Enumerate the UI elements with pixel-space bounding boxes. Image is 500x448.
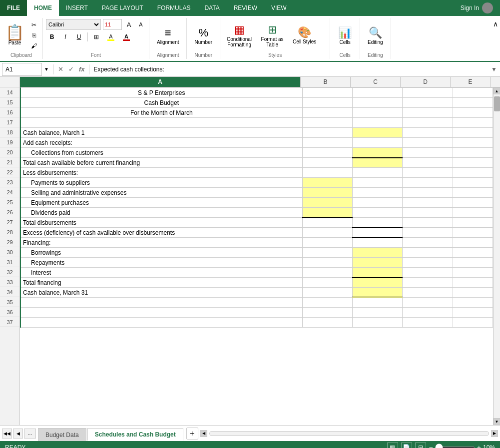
font-color-button[interactable]: A	[119, 31, 133, 42]
cell-14-e[interactable]	[453, 88, 493, 98]
row-num-34[interactable]: 34	[0, 287, 19, 297]
cell-34-e[interactable]	[453, 288, 493, 298]
cell-27-b[interactable]	[302, 218, 352, 228]
row-num-36[interactable]: 36	[0, 307, 19, 317]
row-num-28[interactable]: 28	[0, 227, 19, 237]
cell-17-e[interactable]	[453, 118, 493, 128]
row-num-22[interactable]: 22	[0, 167, 19, 177]
row-num-20[interactable]: 20	[0, 147, 19, 157]
zoom-in-btn[interactable]: +	[477, 444, 481, 448]
cell-30-c[interactable]	[352, 248, 402, 258]
row-num-30[interactable]: 30	[0, 247, 19, 257]
cell-29-e[interactable]	[453, 238, 493, 248]
cell-20-d[interactable]	[403, 148, 453, 158]
col-header-d[interactable]: D	[401, 77, 451, 87]
cell-26-b[interactable]	[302, 208, 352, 218]
cell-20-e[interactable]	[453, 148, 493, 158]
cell-34-d[interactable]	[403, 288, 453, 298]
cell-22-a[interactable]: Less disbursements:	[20, 168, 302, 178]
hscroll-right-btn[interactable]: ▶	[491, 430, 498, 437]
formula-input[interactable]	[91, 63, 488, 76]
cell-19-c[interactable]	[352, 138, 402, 148]
cell-31-b[interactable]	[302, 258, 352, 268]
cell-17-a[interactable]	[20, 118, 302, 128]
cell-15-d[interactable]	[403, 98, 453, 108]
cell-32-c[interactable]	[352, 268, 402, 278]
cell-33-b[interactable]	[302, 278, 352, 288]
cell-29-c[interactable]	[352, 238, 402, 248]
cell-34-a[interactable]: Cash balance, March 31	[20, 288, 302, 298]
row-num-32[interactable]: 32	[0, 267, 19, 277]
row-num-15[interactable]: 15	[0, 97, 19, 107]
horizontal-scrollbar[interactable]: ◀ ▶	[198, 430, 500, 437]
cell-styles-button[interactable]: 🎨 Cell Styles	[289, 23, 320, 47]
cell-37-e[interactable]	[453, 318, 493, 328]
cell-36-e[interactable]	[453, 308, 493, 318]
bold-button[interactable]: B	[46, 31, 58, 42]
cell-18-e[interactable]	[453, 128, 493, 138]
cell-33-a[interactable]: Total financing	[20, 278, 302, 288]
cell-19-b[interactable]	[302, 138, 352, 148]
cell-27-a[interactable]: Total disbursements	[20, 218, 302, 228]
confirm-formula-btn[interactable]: ✓	[66, 64, 76, 74]
cell-24-d[interactable]	[403, 188, 453, 198]
page-layout-view-btn[interactable]: 📄	[401, 442, 412, 448]
cells-button[interactable]: 📊 Cells	[335, 24, 355, 47]
scroll-down-btn[interactable]: ▼	[494, 418, 500, 425]
row-num-23[interactable]: 23	[0, 177, 19, 187]
borders-button[interactable]: ⊞	[90, 31, 102, 42]
cell-37-b[interactable]	[302, 318, 352, 328]
cell-21-a[interactable]: Total cash available before current fina…	[20, 158, 302, 168]
tab-insert[interactable]: INSERT	[59, 0, 95, 16]
scroll-up-btn[interactable]: ▲	[494, 87, 500, 94]
vertical-scrollbar[interactable]: ▲ ▼	[493, 87, 500, 425]
sheet-tab-budget-data[interactable]: Budget Data	[38, 428, 86, 441]
add-sheet-btn[interactable]: +	[186, 428, 198, 440]
cell-15-a[interactable]: Cash Budget	[20, 98, 302, 108]
font-size-increase-btn[interactable]: A	[124, 19, 134, 30]
cell-23-e[interactable]	[453, 178, 493, 188]
file-tab[interactable]: FILE	[0, 0, 27, 16]
page-break-view-btn[interactable]: ⊟	[415, 442, 426, 448]
cell-18-c[interactable]	[352, 128, 402, 138]
format-as-table-button[interactable]: ⊞ Format as Table	[257, 21, 287, 50]
cell-37-a[interactable]	[20, 318, 302, 328]
normal-view-btn[interactable]: ▦	[387, 442, 398, 448]
cell-24-e[interactable]	[453, 188, 493, 198]
row-num-35[interactable]: 35	[0, 297, 19, 307]
cell-18-b[interactable]	[302, 128, 352, 138]
cell-28-b[interactable]	[302, 228, 352, 238]
cell-33-d[interactable]	[403, 278, 453, 288]
cell-31-a[interactable]: Repayments	[20, 258, 302, 268]
cell-33-e[interactable]	[453, 278, 493, 288]
row-num-16[interactable]: 16	[0, 107, 19, 117]
col-header-e[interactable]: E	[451, 77, 491, 87]
cell-31-e[interactable]	[453, 258, 493, 268]
cell-36-a[interactable]	[20, 308, 302, 318]
cell-26-a[interactable]: Dividends paid	[20, 208, 302, 218]
nav-ellipsis-btn[interactable]: ...	[24, 429, 36, 439]
row-num-26[interactable]: 26	[0, 207, 19, 217]
cell-32-d[interactable]	[403, 268, 453, 278]
col-header-b[interactable]: B	[301, 77, 351, 87]
paste-button[interactable]: 📋 Paste	[3, 23, 26, 47]
cell-17-c[interactable]	[352, 118, 402, 128]
cell-19-a[interactable]: Add cash receipts:	[20, 138, 302, 148]
cell-31-c[interactable]	[352, 258, 402, 268]
underline-button[interactable]: U	[73, 31, 85, 42]
cell-35-c[interactable]	[352, 298, 402, 308]
cell-32-b[interactable]	[302, 268, 352, 278]
cell-15-e[interactable]	[453, 98, 493, 108]
sheet-tab-schedules[interactable]: Schedules and Cash Budget	[87, 428, 183, 441]
row-num-21[interactable]: 21	[0, 157, 19, 167]
cell-28-a[interactable]: Excess (deficiency) of cash available ov…	[20, 228, 302, 238]
cell-21-d[interactable]	[403, 158, 453, 168]
cell-27-c[interactable]	[352, 218, 402, 228]
cell-22-e[interactable]	[453, 168, 493, 178]
cell-15-c[interactable]	[352, 98, 402, 108]
cell-25-e[interactable]	[453, 198, 493, 208]
scroll-thumb[interactable]	[494, 96, 500, 111]
font-name-select[interactable]: Calibri	[46, 19, 101, 30]
cell-14-d[interactable]	[403, 88, 453, 98]
ribbon-collapse-btn[interactable]: ∧	[491, 18, 500, 30]
